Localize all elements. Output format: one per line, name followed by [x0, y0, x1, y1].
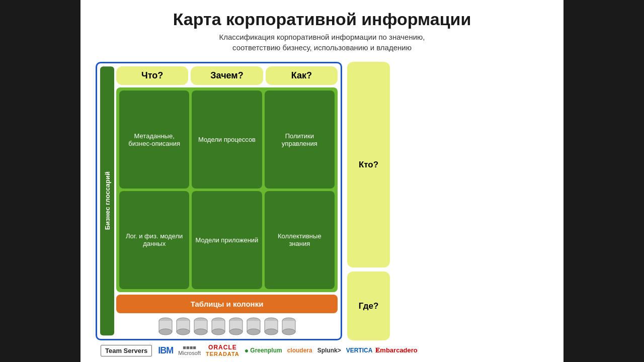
db-icon-2 [176, 317, 191, 336]
logos-area: IBM ■■■■ Microsoft ORACLE TERADATA ● Gre… [158, 344, 543, 357]
right-who: Кто? [347, 62, 390, 267]
db-row [116, 317, 338, 336]
cell-what-2: Лог. и физ. модели данных [119, 191, 189, 289]
svg-point-27 [247, 329, 260, 335]
db-icon-7 [264, 317, 279, 336]
svg-point-2 [159, 329, 172, 335]
team-servers-box: Team Servers [101, 345, 152, 356]
slide-title: Карта корпоративной информации [173, 10, 471, 29]
db-icon-6 [246, 317, 261, 336]
svg-point-17 [212, 329, 225, 335]
right-side: Кто? Где? [347, 62, 390, 340]
logo-splunk: Splunk> [317, 347, 341, 354]
db-icon-3 [193, 317, 208, 336]
db-icon-5 [228, 317, 244, 336]
cell-why-2: Модели приложений [192, 191, 262, 289]
db-icon-1 [158, 317, 173, 336]
cell-why-1: Модели процессов [192, 90, 262, 189]
logo-ibm: IBM [158, 345, 173, 356]
green-bg: Метаданные, бизнес-описания Лог. и физ. … [116, 87, 338, 292]
vertical-label: Бизнес глоссарий [100, 66, 114, 335]
orange-bar: Таблицы и колонки [116, 295, 338, 313]
right-where: Где? [347, 272, 390, 340]
svg-point-12 [194, 329, 207, 335]
col-how: Политики управления Коллективные знания [265, 90, 335, 289]
cell-how-1: Политики управления [265, 90, 335, 189]
columns-area: Что? Зачем? Как? Метаданные, бизнес-опис… [116, 66, 338, 335]
svg-point-32 [265, 329, 278, 335]
col-what: Метаданные, бизнес-описания Лог. и физ. … [119, 90, 189, 289]
logo-greenplum: ● Greenplum [245, 346, 282, 354]
svg-point-22 [229, 329, 243, 335]
header-how: Как? [266, 66, 338, 85]
db-icon-4 [211, 317, 226, 336]
svg-point-7 [177, 329, 190, 335]
cell-what-1: Метаданные, бизнес-описания [119, 90, 189, 189]
footer: Team Servers IBM ■■■■ Microsoft ORACLE T… [96, 344, 548, 357]
logo-microsoft: ■■■■ Microsoft [178, 345, 201, 356]
logo-vertica-embarcadero: VERTICA 𝐄mbarcadero [346, 346, 418, 354]
db-icon-8 [281, 317, 296, 336]
header-what: Что? [116, 66, 188, 85]
slide-subtitle: Классификация корпоративной информации п… [219, 32, 425, 53]
logo-oracle-teradata: ORACLE TERADATA [206, 344, 239, 357]
col-why: Модели процессов Модели приложений [192, 90, 262, 289]
diagram: Бизнес глоссарий Что? Зачем? Как? Метада… [96, 62, 548, 340]
cell-how-2: Коллективные знания [265, 191, 335, 289]
slide: Карта корпоративной информации Классифик… [80, 0, 564, 362]
svg-point-37 [282, 329, 295, 335]
logo-cloudera: cloudera [287, 347, 312, 354]
left-bordered-section: Бизнес глоссарий Что? Зачем? Как? Метада… [96, 62, 342, 340]
header-why: Зачем? [191, 66, 263, 85]
headers-row: Что? Зачем? Как? [116, 66, 338, 85]
